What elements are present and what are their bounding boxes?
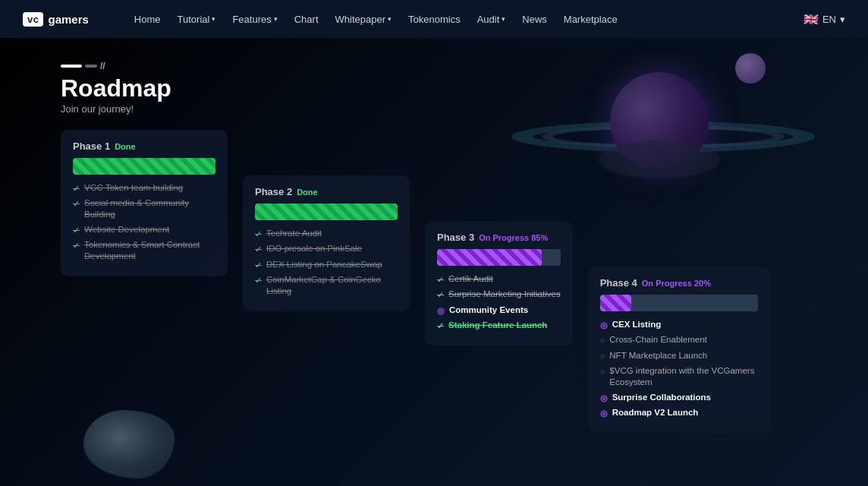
lang-selector[interactable]: 🇬🇧 EN ▾ (804, 12, 845, 27)
nav-audit[interactable]: Audit ▾ (477, 14, 506, 25)
check-icon: ✓ (437, 274, 444, 285)
list-item: ✓ CoinMarketCap & CoinGecko Listing (255, 274, 398, 297)
roadmap-title: Roadmap (61, 76, 807, 100)
roadmap-header: // Roadmap Join our journey! (61, 61, 807, 115)
list-item: ✓ VGC Token team building (73, 182, 215, 194)
list-item: ✓ Techrate Audit (255, 228, 398, 239)
circle-icon: ○ (600, 335, 605, 346)
list-item: ◎ Roadmap V2 Launch (600, 407, 758, 418)
phase3-badge: On Progress 85% (479, 233, 548, 242)
roadmap-accent: // (61, 61, 807, 71)
accent-bar-gray (85, 65, 97, 68)
logo[interactable]: vc gamers (23, 12, 89, 27)
list-item: ✓ Surprise Marketing Initiatives (437, 289, 561, 300)
phase1-badge: Done (115, 142, 136, 151)
list-item: ◎ CEX Listing (600, 319, 758, 330)
circle-icon: ◎ (600, 408, 608, 418)
phase2-progress-bar (255, 204, 398, 220)
phase3-label: Phase 3 On Progress 85% (437, 232, 561, 243)
flag-icon: 🇬🇧 (804, 12, 819, 27)
nav-features[interactable]: Features ▾ (232, 14, 277, 25)
nav-tokenomics[interactable]: Tokenomics (408, 14, 461, 25)
circle-icon: ◎ (600, 320, 608, 330)
roadmap-subtitle: Join our journey! (61, 103, 807, 115)
circle-icon: ◎ (437, 305, 445, 316)
phase1-progress-bar (73, 158, 215, 175)
list-item: ○ $VCG integration with the VCGamers Eco… (600, 365, 758, 388)
phase3-card: Phase 3 On Progress 85% ✓ Certik Audit ✓… (425, 221, 573, 346)
chevron-down-icon: ▾ (274, 15, 278, 23)
list-item: ✓ Tokenomics & Smart Contract Developmen… (73, 239, 215, 262)
list-item: ◎ Community Events (437, 305, 561, 316)
phase1-fill (73, 158, 215, 175)
list-item: ✓ Staking Feature Launch (437, 320, 561, 331)
phase4-column: Phase 4 On Progress 20% ◎ CEX Listing ○ … (588, 267, 770, 433)
check-icon: ✓ (255, 260, 262, 270)
list-item: ✓ DEX Listing on PancakeSwap (255, 259, 398, 270)
phase4-header: Phase 4 On Progress 20% (600, 277, 758, 311)
phase2-items: ✓ Techrate Audit ✓ IDO presale on PinkSa… (255, 228, 398, 297)
phase4-progress-bar (600, 295, 758, 311)
nav-right: 🇬🇧 EN ▾ (804, 12, 845, 27)
list-item: ○ Cross-Chain Enablement (600, 334, 758, 346)
phase2-fill (255, 204, 398, 220)
phase2-column: Phase 2 Done ✓ Techrate Audit ✓ IDO pres… (243, 175, 410, 311)
phase1-header: Phase 1 Done (73, 140, 215, 175)
phase3-header: Phase 3 On Progress 85% (437, 232, 561, 266)
check-icon: ✓ (73, 240, 80, 251)
phase3-column: Phase 3 On Progress 85% ✓ Certik Audit ✓… (425, 221, 573, 346)
chevron-down-icon: ▾ (388, 15, 392, 23)
nav-news[interactable]: News (522, 14, 547, 25)
phase4-fill (600, 295, 632, 311)
phase2-header: Phase 2 Done (255, 186, 398, 220)
list-item: ✓ Social media & Community Building (73, 197, 215, 220)
phase1-label: Phase 1 Done (73, 140, 215, 152)
nav-chart[interactable]: Chart (294, 14, 319, 25)
navbar: vc gamers Home Tutorial ▾ Features ▾ Cha… (0, 0, 868, 38)
check-icon: ✓ (255, 229, 262, 239)
chevron-down-icon: ▾ (212, 15, 215, 23)
phase4-label: Phase 4 On Progress 20% (600, 277, 758, 289)
list-item: ✓ Certik Audit (437, 273, 561, 285)
check-icon: ✓ (255, 244, 262, 254)
phase3-progress-bar (437, 249, 561, 266)
logo-box: vc (23, 12, 43, 27)
phase1-items: ✓ VGC Token team building ✓ Social media… (73, 182, 215, 262)
phase2-badge: Done (297, 188, 318, 197)
accent-bar-white (61, 65, 82, 68)
nav-marketplace[interactable]: Marketplace (564, 14, 618, 25)
check-icon: ✓ (437, 320, 444, 331)
nav-whitepaper[interactable]: Whitepaper ▾ (335, 14, 392, 25)
accent-slashes: // (100, 61, 105, 71)
phase3-items: ✓ Certik Audit ✓ Surprise Marketing Init… (437, 273, 561, 331)
phase1-column: Phase 1 Done ✓ VGC Token team building ✓… (61, 130, 228, 276)
circle-icon: ◎ (600, 393, 608, 403)
main-content: // Roadmap Join our journey! Phase 1 Don… (0, 38, 868, 486)
phase4-items: ◎ CEX Listing ○ Cross-Chain Enablement ○… (600, 319, 758, 418)
phase4-card: Phase 4 On Progress 20% ◎ CEX Listing ○ … (588, 267, 770, 433)
list-item: ✓ Website Development (73, 224, 215, 235)
list-item: ○ NFT Marketplace Launch (600, 350, 758, 361)
nav-home[interactable]: Home (134, 14, 161, 25)
lang-label: EN (822, 14, 836, 25)
check-icon: ✓ (255, 275, 262, 286)
list-item: ✓ IDO presale on PinkSale (255, 243, 398, 254)
logo-text: gamers (48, 13, 88, 26)
nav-tutorial[interactable]: Tutorial ▾ (178, 14, 216, 25)
circle-icon: ○ (600, 366, 605, 377)
chevron-down-icon: ▾ (840, 14, 845, 25)
check-icon: ✓ (73, 198, 80, 209)
check-icon: ✓ (437, 289, 444, 300)
check-icon: ✓ (73, 225, 80, 235)
list-item: ◎ Surprise Collaborations (600, 392, 758, 403)
check-icon: ✓ (73, 183, 80, 194)
asteroid-decoration (83, 410, 175, 478)
nav-links: Home Tutorial ▾ Features ▾ Chart Whitepa… (134, 14, 804, 25)
circle-icon: ○ (600, 351, 605, 361)
phase4-badge: On Progress 20% (642, 279, 711, 288)
phases-area: Phase 1 Done ✓ VGC Token team building ✓… (61, 130, 807, 433)
phase1-card: Phase 1 Done ✓ VGC Token team building ✓… (61, 130, 228, 276)
phase2-card: Phase 2 Done ✓ Techrate Audit ✓ IDO pres… (243, 175, 410, 311)
phase3-fill (437, 249, 542, 266)
chevron-down-icon: ▾ (502, 15, 505, 23)
